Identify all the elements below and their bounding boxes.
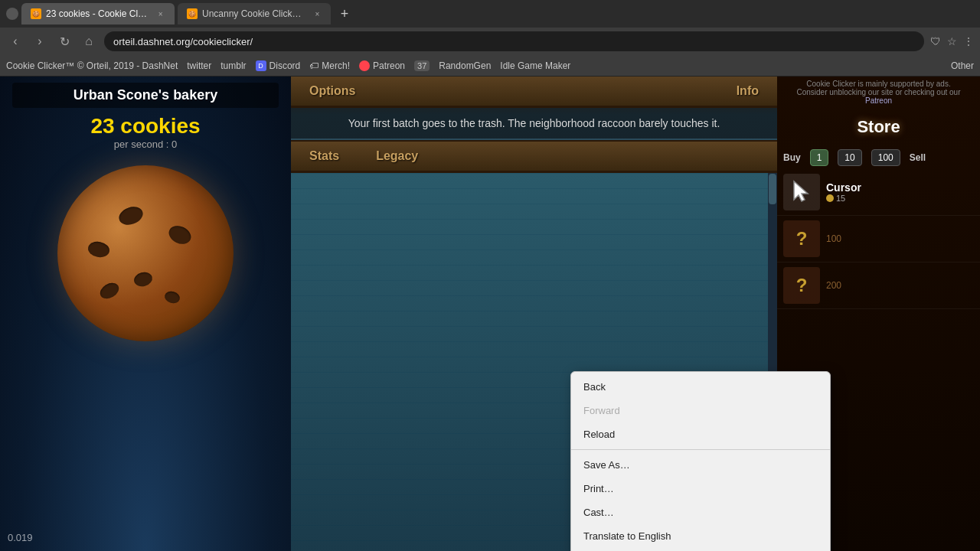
tab2-close[interactable]: × — [313, 8, 322, 19]
cm-reload[interactable]: Reload — [571, 422, 830, 446]
bm-discord-label: Discord — [270, 60, 301, 71]
browser-chrome: 🍪 23 cookies - Cookie Clicker × 🍪 Uncann… — [0, 0, 980, 77]
cm-save-as[interactable]: Save As… — [571, 453, 830, 477]
address-bar: ‹ › ↻ ⌂ 🛡 ☆ ⋮ — [0, 28, 980, 55]
patreon-icon — [359, 60, 370, 71]
back-button[interactable]: ‹ — [6, 34, 24, 48]
bm-dashnet[interactable]: Cookie Clicker™ © Orteil, 2019 - DashNet — [6, 60, 178, 71]
bm-merch[interactable]: 🏷 Merch! — [309, 60, 350, 71]
game-area: Urban Scone's bakery 23 cookies per seco… — [0, 77, 980, 551]
shield-icon: 🛡 — [930, 35, 941, 47]
tab-bar: 🍪 23 cookies - Cookie Clicker × 🍪 Uncann… — [0, 0, 980, 28]
bm-discord[interactable]: D Discord — [256, 60, 301, 71]
merch-icon: 🏷 — [309, 60, 318, 71]
cm-translate[interactable]: Translate to English — [571, 524, 830, 548]
bm-badge[interactable]: 37 — [414, 60, 430, 71]
home-button[interactable]: ⌂ — [80, 34, 98, 48]
forward-button[interactable]: › — [31, 34, 49, 48]
cm-forward: Forward — [571, 399, 830, 422]
tab1-favicon: 🍪 — [31, 8, 41, 19]
tab-cookie-clicker[interactable]: 🍪 23 cookies - Cookie Clicker × — [21, 3, 175, 24]
cm-back[interactable]: Back — [571, 375, 830, 399]
context-menu-overlay: Back Forward Reload Save As… Print… Cast… — [0, 77, 980, 551]
bm-randomgen[interactable]: RandomGen — [439, 60, 491, 71]
bm-tumblr[interactable]: tumblr — [220, 60, 246, 71]
tab1-close[interactable]: × — [155, 8, 165, 19]
bookmarks-bar: Cookie Clicker™ © Orteil, 2019 - DashNet… — [0, 55, 980, 77]
address-input[interactable] — [104, 31, 924, 51]
address-icons: 🛡 ☆ ⋮ — [930, 35, 974, 47]
new-tab-button[interactable]: + — [334, 3, 355, 24]
cm-cast[interactable]: Cast… — [571, 500, 830, 524]
tab1-title: 23 cookies - Cookie Clicker — [46, 8, 148, 19]
discord-icon: D — [256, 60, 266, 71]
tab2-title: Uncanny Cookie Clicker - Chr… — [202, 8, 305, 19]
tab2-favicon: 🍪 — [187, 8, 198, 19]
badge-number: 37 — [414, 60, 430, 71]
context-menu: Back Forward Reload Save As… Print… Cast… — [570, 371, 831, 551]
cm-print[interactable]: Print… — [571, 477, 830, 500]
tab-uncanny[interactable]: 🍪 Uncanny Cookie Clicker - Chr… × — [178, 3, 331, 24]
star-icon[interactable]: ☆ — [947, 35, 957, 47]
bm-other[interactable]: Other — [951, 60, 974, 71]
bm-idlegamemaker[interactable]: Idle Game Maker — [500, 60, 570, 71]
window-controls — [6, 8, 18, 20]
cm-sep1 — [571, 449, 830, 450]
bm-twitter[interactable]: twitter — [187, 60, 211, 71]
menu-icon[interactable]: ⋮ — [963, 35, 974, 47]
reload-button[interactable]: ↻ — [55, 34, 74, 49]
bm-patreon[interactable]: Patreon — [359, 60, 405, 71]
